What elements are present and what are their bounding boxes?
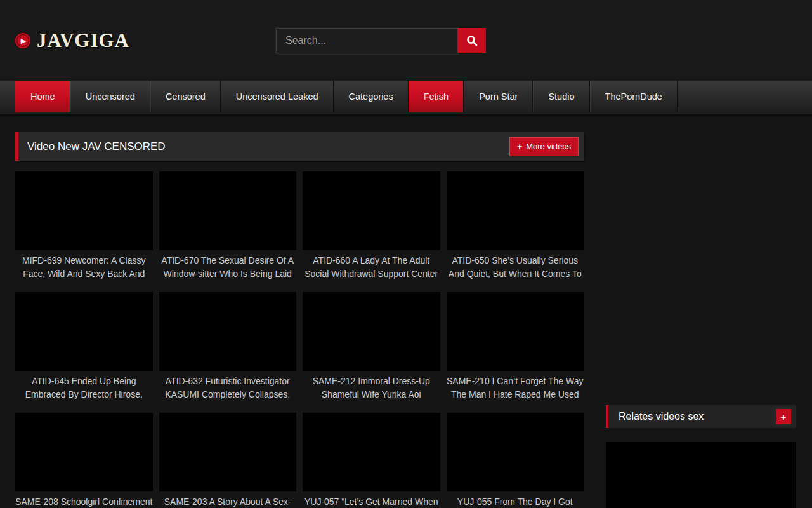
- video-card[interactable]: YUJ-055 From The Day I Got: [447, 413, 584, 508]
- site-logo[interactable]: ▶ JAVGIGA: [15, 29, 129, 52]
- section-header: Video New JAV CENSORED + More videos: [15, 132, 584, 161]
- section-title: Video New JAV CENSORED: [27, 140, 509, 153]
- site-name: JAVGIGA: [37, 29, 129, 52]
- video-title[interactable]: SAME-210 I Can’t Forget The Way The Man …: [447, 375, 584, 401]
- nav-item-studio[interactable]: Studio: [533, 81, 589, 112]
- sidebar-expand-button[interactable]: +: [776, 409, 791, 424]
- nav-item-uncensored[interactable]: Uncensored: [70, 81, 150, 112]
- search-icon: [466, 34, 478, 47]
- main-content: Video New JAV CENSORED + More videos MIF…: [15, 132, 584, 508]
- video-title[interactable]: ATID-645 Ended Up Being Embraced By Dire…: [15, 375, 153, 401]
- nav-item-categories[interactable]: Categories: [334, 81, 409, 112]
- nav-item-porn-star[interactable]: Porn Star: [464, 81, 533, 112]
- video-card[interactable]: SAME-212 Immoral Dress-Up Shameful Wife …: [303, 292, 440, 401]
- video-thumbnail[interactable]: [303, 413, 440, 491]
- related-video-thumbnail[interactable]: [606, 442, 796, 508]
- video-card[interactable]: SAME-203 A Story About A Sex-: [159, 413, 297, 508]
- more-videos-button[interactable]: + More videos: [509, 137, 579, 156]
- video-title[interactable]: ATID-660 A Lady At The Adult Social With…: [303, 254, 440, 281]
- more-videos-label: More videos: [526, 142, 571, 151]
- video-title[interactable]: ATID-670 The Sexual Desire Of A Window-s…: [159, 254, 297, 281]
- video-card[interactable]: SAME-208 Schoolgirl Confinement: [15, 413, 153, 508]
- video-card[interactable]: YUJ-057 “Let’s Get Married When: [303, 413, 440, 508]
- nav-item-theporndude[interactable]: ThePornDude: [590, 81, 678, 112]
- video-title[interactable]: ATID-632 Futuristic Investigator KASUMI …: [159, 375, 297, 401]
- nav-item-fetish[interactable]: Fetish: [409, 81, 464, 112]
- search-form: [276, 28, 486, 53]
- video-title[interactable]: SAME-203 A Story About A Sex-: [159, 495, 297, 508]
- video-title[interactable]: ATID-650 She’s Usually Serious And Quiet…: [447, 254, 584, 281]
- video-thumbnail[interactable]: [447, 292, 584, 371]
- video-thumbnail[interactable]: [447, 171, 584, 250]
- video-thumbnail[interactable]: [447, 413, 584, 491]
- nav-item-home[interactable]: Home: [15, 81, 70, 112]
- video-grid: MIFD-699 Newcomer: A Classy Face, Wild A…: [15, 171, 584, 508]
- video-card[interactable]: SAME-210 I Can’t Forget The Way The Man …: [447, 292, 584, 401]
- video-title[interactable]: SAME-212 Immoral Dress-Up Shameful Wife …: [303, 375, 440, 401]
- site-header: ▶ JAVGIGA: [0, 0, 812, 81]
- sidebar-title: Relates videos sex: [619, 411, 776, 422]
- plus-icon: +: [517, 142, 522, 152]
- video-thumbnail[interactable]: [15, 292, 153, 371]
- nav-item-censored[interactable]: Censored: [150, 81, 221, 112]
- video-thumbnail[interactable]: [303, 292, 440, 371]
- video-thumbnail[interactable]: [15, 171, 153, 250]
- plus-icon: +: [781, 411, 787, 422]
- video-card[interactable]: ATID-660 A Lady At The Adult Social With…: [303, 171, 440, 281]
- video-thumbnail[interactable]: [159, 171, 297, 250]
- nav-item-uncensored-leaked[interactable]: Uncensored Leaked: [221, 81, 334, 112]
- video-card[interactable]: ATID-670 The Sexual Desire Of A Window-s…: [159, 171, 297, 281]
- search-input[interactable]: [276, 28, 458, 53]
- video-thumbnail[interactable]: [159, 413, 297, 491]
- video-card[interactable]: ATID-632 Futuristic Investigator KASUMI …: [159, 292, 297, 401]
- video-thumbnail[interactable]: [15, 413, 153, 491]
- video-card[interactable]: ATID-650 She’s Usually Serious And Quiet…: [447, 171, 584, 281]
- video-card[interactable]: ATID-645 Ended Up Being Embraced By Dire…: [15, 292, 153, 401]
- video-thumbnail[interactable]: [303, 171, 440, 250]
- related-sidebar: Relates videos sex +: [606, 405, 796, 508]
- video-title[interactable]: MIFD-699 Newcomer: A Classy Face, Wild A…: [15, 254, 153, 281]
- main-nav: Home Uncensored Censored Uncensored Leak…: [0, 81, 812, 114]
- video-title[interactable]: SAME-208 Schoolgirl Confinement: [15, 495, 153, 508]
- sidebar-header: Relates videos sex +: [606, 405, 796, 428]
- video-thumbnail[interactable]: [159, 292, 297, 371]
- play-circle-icon: ▶: [15, 33, 30, 48]
- video-title[interactable]: YUJ-057 “Let’s Get Married When: [303, 495, 440, 508]
- video-title[interactable]: YUJ-055 From The Day I Got: [447, 495, 584, 508]
- search-button[interactable]: [458, 28, 486, 53]
- video-card[interactable]: MIFD-699 Newcomer: A Classy Face, Wild A…: [15, 171, 153, 281]
